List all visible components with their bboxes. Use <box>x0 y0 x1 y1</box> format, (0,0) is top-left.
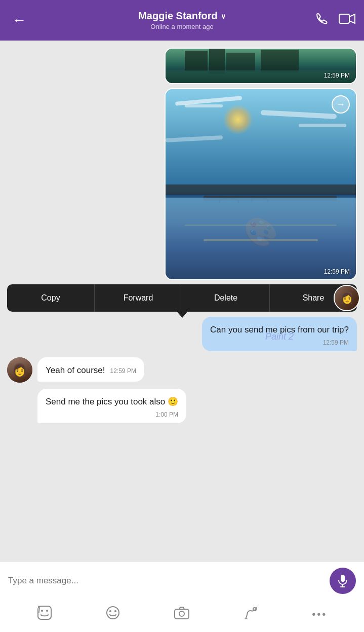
outgoing-text-message: Can you send me pics from our trip? Pain… <box>0 314 364 354</box>
toolbar-row: ••• <box>0 600 364 632</box>
incoming-bubble-2: Send me the pics you took also 🙂 1:00 PM <box>37 389 186 423</box>
chevron-down-icon: ∨ <box>221 12 226 20</box>
outgoing-image-2[interactable]: 🎨 → 12:59 PM <box>0 86 364 282</box>
avatar-1: 👩 <box>7 357 32 383</box>
svg-rect-10 <box>175 609 189 619</box>
context-menu-row: Copy Forward Delete Share <box>7 284 357 312</box>
svg-point-5 <box>41 610 43 612</box>
svg-point-11 <box>179 611 184 616</box>
message-footer-2: 1:00 PM <box>46 411 178 418</box>
svg-point-6 <box>46 610 48 612</box>
incoming-message-2: Send me the pics you took also 🙂 1:00 PM <box>0 386 364 426</box>
back-button[interactable]: ← <box>8 8 30 32</box>
image-scene-2: 🎨 → <box>166 89 356 279</box>
header-center: Maggie Stanford ∨ Online a moment ago <box>138 10 226 30</box>
image-time-1: 12:59 PM <box>324 72 350 79</box>
context-menu: Copy Forward Delete Share 👩 <box>7 284 357 312</box>
outgoing-image-1[interactable]: 12:59 PM <box>0 46 364 86</box>
message-input[interactable] <box>8 576 325 586</box>
emoji-button[interactable] <box>105 605 120 624</box>
message-inline-1: Yeah of course! 12:59 PM <box>46 364 136 377</box>
header-actions <box>314 12 356 29</box>
image-message-1[interactable]: 12:59 PM <box>165 48 357 84</box>
image-message-2[interactable]: 🎨 → 12:59 PM <box>165 88 357 280</box>
contact-name: Maggie Stanford <box>138 10 218 22</box>
contact-name-row[interactable]: Maggie Stanford ∨ <box>138 10 226 22</box>
user-avatar-context: 👩 <box>334 285 360 311</box>
svg-point-12 <box>253 608 256 611</box>
contact-status: Online a moment ago <box>138 23 226 30</box>
message-time-1: 12:59 PM <box>323 339 349 346</box>
forward-icon-button[interactable]: → <box>332 95 350 114</box>
video-call-button[interactable] <box>339 12 356 29</box>
svg-point-7 <box>107 607 119 619</box>
incoming-time-1: 12:59 PM <box>110 367 136 375</box>
incoming-bubble-1: Yeah of course! 12:59 PM <box>37 357 144 382</box>
incoming-text-1: Yeah of course! <box>46 364 105 377</box>
doodle-button[interactable] <box>244 605 259 624</box>
copy-button[interactable]: Copy <box>7 284 95 312</box>
svg-rect-1 <box>341 575 345 582</box>
incoming-time-2: 1:00 PM <box>155 411 178 418</box>
chat-area: 12:59 PM <box>0 41 364 578</box>
incoming-text-2: Send me the pics you took also 🙂 <box>46 396 178 408</box>
outgoing-bubble: Can you send me pics from our trip? Pain… <box>202 317 357 351</box>
sticker-button[interactable] <box>37 605 52 624</box>
svg-rect-0 <box>339 14 349 23</box>
delete-button[interactable]: Delete <box>182 284 270 312</box>
call-button[interactable] <box>314 12 329 29</box>
header: ← Maggie Stanford ∨ Online a moment ago <box>0 0 364 41</box>
svg-point-8 <box>109 610 111 612</box>
more-button[interactable]: ••• <box>312 609 327 620</box>
bottom-bar: ••• <box>0 561 364 632</box>
forward-button[interactable]: Forward <box>95 284 182 312</box>
image-time-2: 12:59 PM <box>324 268 350 275</box>
sun-element <box>223 104 253 135</box>
mic-button[interactable] <box>330 568 356 594</box>
camera-button[interactable] <box>174 606 190 623</box>
svg-rect-4 <box>38 606 51 619</box>
svg-point-9 <box>114 610 116 612</box>
watermark-text: Paint 2 <box>265 331 294 342</box>
input-row <box>0 562 364 600</box>
incoming-message-1: 👩 Yeah of course! 12:59 PM <box>0 354 364 386</box>
context-menu-arrow <box>176 311 188 318</box>
